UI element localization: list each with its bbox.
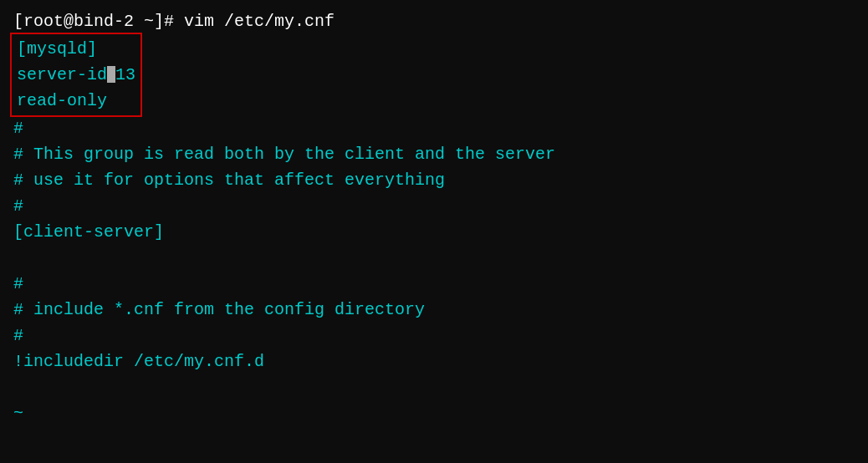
comment-line-1: # This group is read both by the client … xyxy=(13,141,855,167)
client-server-line: [client-server] xyxy=(13,219,855,245)
comment-line-2: # use it for options that affect everyth… xyxy=(13,167,855,193)
cursor xyxy=(107,66,115,83)
includedir-line: !includedir /etc/my.cnf.d xyxy=(13,349,855,374)
blank-line-1 xyxy=(13,245,855,271)
read-only-line: read-only xyxy=(17,88,135,114)
include-comment-line: # include *.cnf from the config director… xyxy=(13,297,855,323)
server-id-line: server-id13 xyxy=(17,62,135,88)
mysqld-line: [mysqld] xyxy=(17,36,135,62)
hash-line-3: # xyxy=(13,271,855,297)
terminal: [root@bind-2 ~]# vim /etc/my.cnf [mysqld… xyxy=(13,8,855,455)
tilde-line: ~ xyxy=(13,400,855,426)
prompt-line: [root@bind-2 ~]# vim /etc/my.cnf xyxy=(13,8,855,34)
hash-line-2: # xyxy=(13,193,855,219)
hash-line-1: # xyxy=(13,115,855,141)
blank-line-2 xyxy=(13,374,855,400)
hash-line-4: # xyxy=(13,323,855,349)
